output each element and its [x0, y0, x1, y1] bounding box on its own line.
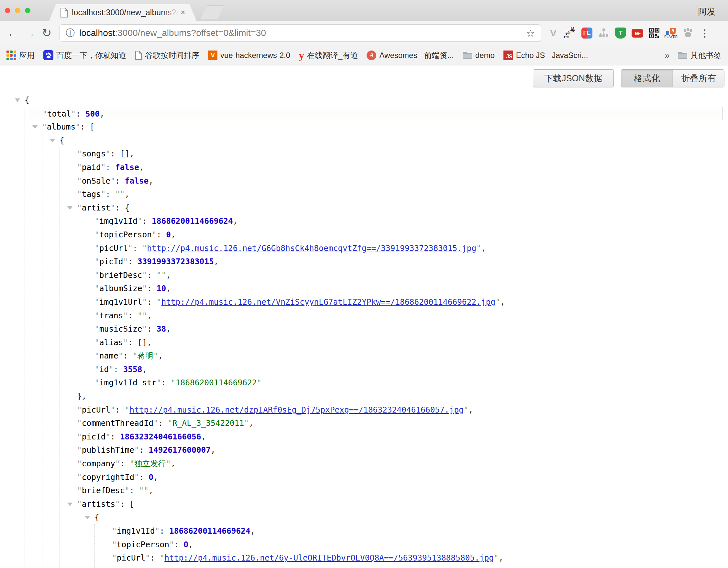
- json-string-quote: ": [166, 459, 171, 468]
- json-number: false: [115, 162, 139, 172]
- json-brace: []: [120, 149, 130, 158]
- json-url-link[interactable]: http://p4.music.126.net/6y-UleORITEDbvrO…: [164, 553, 494, 562]
- json-punct: ,: [166, 324, 171, 334]
- json-string-quote: ": [171, 378, 176, 387]
- json-key-quote: ": [109, 365, 114, 374]
- json-punct: :: [139, 473, 149, 482]
- json-key-quote: ": [123, 257, 128, 266]
- json-number: 0: [183, 540, 188, 549]
- forward-button[interactable]: →: [21, 26, 38, 40]
- url-text[interactable]: localhost:3000/new_albums?offset=0&limit…: [79, 28, 523, 38]
- fast-forward-icon[interactable]: ▶▶: [629, 26, 646, 40]
- page-favicon-icon: [60, 8, 68, 17]
- url-bar[interactable]: ⓘ localhost:3000/new_albums?offset=0&lim…: [60, 24, 541, 42]
- json-punct: :: [115, 203, 125, 212]
- html5-player-icon[interactable]: 5 PLAYER: [663, 26, 679, 40]
- tab-close-icon[interactable]: ×: [181, 7, 185, 17]
- collapse-toggle-icon[interactable]: [85, 516, 90, 519]
- view-mode-segmented-control: 格式化 折叠所有: [621, 69, 724, 87]
- json-number: 500: [85, 109, 100, 118]
- json-key-quote: ": [106, 432, 111, 441]
- json-punct: ,: [147, 338, 152, 347]
- json-brace: {: [94, 513, 99, 522]
- collapse-toggle-icon[interactable]: [50, 139, 55, 142]
- collapse-toggle-icon[interactable]: [67, 206, 72, 210]
- bookmark-google-sort[interactable]: 谷歌按时间排序: [135, 50, 199, 61]
- site-info-icon[interactable]: ⓘ: [66, 27, 75, 39]
- json-url-link[interactable]: http://p4.music.126.net/VnZiScyynLG7atLI…: [161, 297, 496, 307]
- json-key: tags: [82, 189, 101, 199]
- json-key-quote: ": [77, 459, 82, 468]
- bookmarks-overflow-chevron[interactable]: »: [665, 50, 670, 61]
- zoom-window-button[interactable]: [25, 8, 30, 13]
- browser-tab[interactable]: localhost:3000/new_albums?o ×: [49, 4, 196, 21]
- json-punct: :: [147, 284, 157, 293]
- new-tab-button[interactable]: [201, 6, 224, 19]
- json-punct: :: [142, 216, 152, 226]
- fe-extension-icon[interactable]: FE: [579, 26, 595, 40]
- json-string-quote: ": [139, 486, 144, 495]
- json-key-quote: ": [141, 567, 146, 568]
- json-url-link[interactable]: http://p4.music.126.net/G6Gb8hsCk4h8oemc…: [147, 243, 476, 253]
- close-window-button[interactable]: [5, 8, 10, 13]
- json-key-quote: ": [112, 526, 117, 536]
- minimize-window-button[interactable]: [15, 8, 20, 13]
- download-json-button[interactable]: 下载JSON数据: [533, 69, 614, 87]
- qr-code-icon[interactable]: [646, 26, 663, 40]
- bookmark-vue-hackernews[interactable]: V vue-hackernews-2.0: [208, 50, 290, 60]
- bookmark-echojs[interactable]: JS Echo JS - JavaScri...: [503, 50, 588, 60]
- sitemap-icon[interactable]: [595, 26, 612, 40]
- format-button[interactable]: 格式化: [621, 70, 673, 87]
- collapse-toggle-icon[interactable]: [15, 98, 20, 102]
- collapse-toggle-icon[interactable]: [67, 503, 72, 506]
- json-string: 18686200114669622: [176, 378, 257, 387]
- reload-button[interactable]: ↻: [38, 26, 55, 40]
- json-line: "img1v1Url": "http://p4.music.126.net/Vn…: [94, 295, 728, 309]
- json-key-quote: ": [77, 486, 82, 495]
- json-line: "albums": [: [42, 120, 728, 134]
- json-key-quote: ": [94, 311, 99, 320]
- bookmark-baidu[interactable]: 百度一下，你就知道: [43, 50, 126, 61]
- json-string-quote: ": [142, 311, 147, 320]
- json-key: picUrl: [99, 243, 128, 253]
- collapse-all-button[interactable]: 折叠所有: [673, 70, 724, 87]
- json-key-quote: ": [75, 122, 80, 131]
- json-key-quote: ": [142, 284, 147, 293]
- json-key-quote: ": [94, 297, 99, 307]
- json-key-quote: ": [145, 553, 150, 562]
- chrome-menu-icon[interactable]: ⋮: [696, 26, 713, 40]
- json-key: company: [82, 459, 115, 468]
- bookmark-folder-demo[interactable]: demo: [463, 51, 495, 60]
- translate-icon[interactable]: 英 ⇄ en: [562, 26, 579, 40]
- json-line: "total": 500,: [28, 107, 723, 120]
- profile-name[interactable]: 阿发: [698, 6, 716, 17]
- collapse-toggle-icon[interactable]: [32, 125, 38, 129]
- json-key: topicPerson: [99, 230, 152, 239]
- json-line: {: [60, 134, 728, 147]
- translate-glyph: 英 ⇄ en: [565, 28, 576, 39]
- json-line: "paid": false,: [77, 161, 728, 174]
- bookmark-folder-other[interactable]: 其他书签: [678, 50, 722, 61]
- vue-devtools-icon[interactable]: V: [545, 26, 562, 40]
- json-key-quote: ": [153, 418, 158, 428]
- tampermonkey-icon[interactable]: T: [612, 26, 629, 40]
- bookmark-label: 在线翻译_有道: [307, 50, 358, 61]
- paw-glyph: [682, 28, 693, 38]
- json-string-quote: ": [244, 418, 249, 428]
- bookmark-star-icon[interactable]: ☆: [526, 28, 535, 39]
- json-key-quote: ": [42, 122, 47, 131]
- json-key-quote: ": [94, 230, 99, 239]
- paw-icon[interactable]: [679, 26, 696, 40]
- json-action-bar: 下载JSON数据 格式化 折叠所有: [533, 69, 724, 87]
- json-string-quote: ": [115, 189, 120, 199]
- json-number: 0: [166, 230, 171, 239]
- json-url-link[interactable]: http://p4.music.126.net/dzpIARf0sEg_Dj75…: [129, 405, 464, 415]
- bookmark-apps[interactable]: 应用: [6, 50, 35, 61]
- back-button[interactable]: ←: [5, 26, 21, 40]
- json-brace: {: [25, 95, 29, 105]
- json-key-quote: ": [94, 378, 99, 387]
- json-key-quote: ": [94, 270, 99, 280]
- bookmark-label: 谷歌按时间排序: [145, 50, 199, 61]
- bookmark-youdao[interactable]: y 在线翻译_有道: [299, 50, 358, 61]
- bookmark-awesomes[interactable]: A Awesomes - 前端资...: [367, 50, 454, 61]
